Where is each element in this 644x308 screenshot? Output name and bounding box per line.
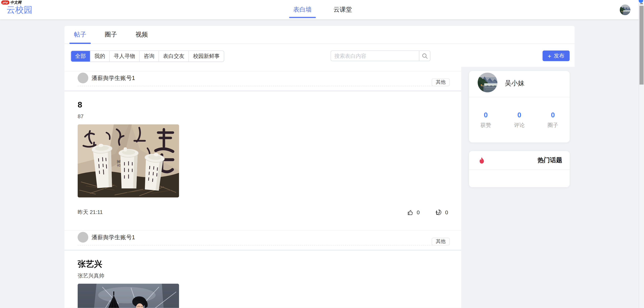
content-tabs: 帖子 圈子 视频: [64, 26, 574, 44]
avatar-photo: [620, 4, 630, 15]
comment-button[interactable]: 0: [435, 209, 448, 215]
stat-value: 0: [502, 111, 536, 119]
scrollbar[interactable]: [639, 0, 644, 308]
like-button[interactable]: 0: [407, 209, 420, 215]
nav-tab-confession-wall[interactable]: 表白墙: [289, 0, 316, 19]
user-avatar[interactable]: [620, 4, 630, 15]
stat-value: 0: [469, 111, 502, 119]
stat-label: 获赞: [469, 122, 502, 128]
filter-lost-found[interactable]: 寻人寻物: [110, 51, 140, 62]
main-nav: 表白墙 云课堂: [289, 0, 356, 19]
post-item: 潘薪舆学生账号1 其他 8 87: [64, 71, 461, 230]
profile-stats: 0 获赞 0 评论 0 圈子: [469, 111, 570, 128]
post-item: 潘薪舆学生账号1 其他 张艺兴 张艺兴真帅: [64, 230, 461, 308]
sidebar: 吴小妹 0 获赞 0 评论 0: [469, 67, 570, 187]
scrollbar-thumb[interactable]: [640, 6, 644, 84]
thumbs-up-icon: [407, 209, 414, 215]
post-title[interactable]: 张艺兴: [78, 258, 448, 270]
post-title[interactable]: 8: [78, 99, 448, 110]
php-site-badge: php 中文网: [1, 0, 21, 4]
post-author-name[interactable]: 潘薪舆学生账号1: [92, 74, 135, 82]
post-category-tag: 其他: [432, 78, 450, 86]
category-filter-group: 全部 我的 寻人寻物 咨询 表白交友 校园新鲜事: [70, 50, 224, 62]
filter-mine[interactable]: 我的: [90, 51, 110, 62]
stat-circles: 0 圈子: [536, 111, 570, 128]
publish-label: 发布: [554, 52, 564, 59]
comment-count: 0: [445, 209, 448, 215]
plus-icon: +: [548, 53, 551, 59]
avatar-photo: [478, 73, 498, 92]
hot-topics-card: 热门话题: [469, 151, 570, 187]
php-logo: php: [1, 0, 10, 4]
stat-label: 圈子: [536, 122, 570, 128]
stat-comments: 0 评论: [502, 111, 536, 128]
post-text: 87: [78, 113, 448, 120]
php-badge-label: 中文网: [10, 0, 21, 5]
page-body: 帖子 圈子 视频 全部 我的 寻人寻物 咨询 表白交友 校园新鲜事: [0, 19, 639, 308]
tab-circles[interactable]: 圈子: [100, 30, 122, 43]
post-author-name[interactable]: 潘薪舆学生账号1: [92, 233, 135, 242]
tab-posts[interactable]: 帖子: [70, 30, 91, 43]
section-divider: [64, 250, 461, 251]
nav-tab-cloud-classroom[interactable]: 云课堂: [330, 0, 356, 19]
content-header-card: 帖子 圈子 视频 全部 我的 寻人寻物 咨询 表白交友 校园新鲜事: [64, 26, 574, 67]
search-box: [331, 50, 430, 61]
filter-all[interactable]: 全部: [71, 51, 90, 62]
flame-icon: [478, 157, 485, 164]
filter-toolbar: 全部 我的 寻人寻物 咨询 表白交友 校园新鲜事: [64, 50, 574, 67]
posts-list: 潘薪舆学生账号1 其他 8 87: [64, 67, 461, 308]
stat-label: 评论: [502, 122, 536, 128]
magnifier-icon: [422, 53, 428, 59]
filter-consult[interactable]: 咨询: [140, 51, 159, 62]
search-input[interactable]: [331, 51, 419, 61]
page: php 中文网 云校园 表白墙 云课堂 帖子 圈子 视频 全部: [0, 0, 644, 308]
filter-confession[interactable]: 表白交友: [159, 51, 189, 62]
profile-card: 吴小妹 0 获赞 0 评论 0: [469, 71, 570, 143]
post-author-avatar[interactable]: [78, 73, 88, 83]
search-button[interactable]: [419, 51, 430, 61]
filter-campus-news[interactable]: 校园新鲜事: [189, 51, 224, 62]
tab-videos[interactable]: 视频: [131, 30, 152, 43]
stat-value: 0: [536, 111, 570, 119]
svg-text:古茗: 古茗: [116, 160, 121, 167]
post-text: 张艺兴真帅: [78, 272, 448, 280]
post-author-avatar[interactable]: [78, 232, 88, 243]
hot-topics-title: 热门话题: [538, 156, 562, 164]
comment-icon: [435, 209, 442, 215]
profile-avatar[interactable]: [478, 73, 498, 92]
post-timestamp: 昨天 21:11: [78, 209, 392, 216]
post-category-tag: 其他: [432, 238, 450, 246]
top-navbar: 云校园 表白墙 云课堂: [0, 0, 644, 19]
profile-name: 吴小妹: [505, 79, 524, 88]
stat-likes: 0 获赞: [469, 111, 502, 128]
publish-button[interactable]: + 发布: [542, 50, 570, 61]
dashed-divider: [78, 86, 432, 86]
post-image[interactable]: [78, 284, 179, 308]
post-image[interactable]: 古茗: [78, 124, 179, 198]
dashed-divider: [78, 245, 432, 246]
like-count: 0: [417, 209, 420, 215]
section-divider: [64, 90, 461, 91]
